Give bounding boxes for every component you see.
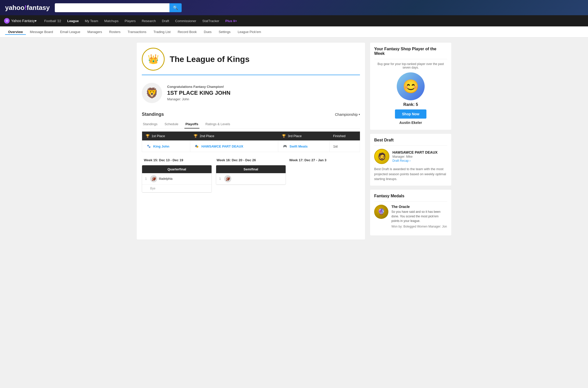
subnav-settings[interactable]: Settings	[216, 29, 234, 35]
bracket-col-semifinal: Semifinal 1 🏈	[216, 165, 286, 193]
nav-league[interactable]: League	[65, 18, 81, 24]
shop-now-button[interactable]: Shop Now	[395, 109, 426, 119]
subnav-leaguepickem[interactable]: League Pick'em	[235, 29, 264, 35]
league-title: The League of Kings	[170, 55, 250, 64]
semifinal-header: Semifinal	[216, 165, 286, 173]
tab-ratingslevels[interactable]: Ratings & Levels	[204, 120, 231, 128]
draft-team-name: HAWSAWCE PART DEAUX	[392, 150, 438, 154]
card-divider-3	[374, 201, 447, 202]
subnav-overview[interactable]: Overview	[5, 29, 26, 35]
nav-brand[interactable]: ⚙ Yahoo Fantasy ▾	[4, 18, 37, 24]
congrats-text: Congratulations Fantasy Champion!	[167, 85, 230, 89]
draft-avatar-icon: 🧔	[377, 152, 386, 161]
subnav-rosters[interactable]: Rosters	[106, 29, 124, 35]
nav-players[interactable]: Players	[122, 18, 138, 24]
oracle-icon: 🔮	[377, 208, 385, 215]
standings-dropdown-label: Championship	[335, 112, 358, 117]
nav-commissioner[interactable]: Commissioner	[173, 18, 199, 24]
best-draft-title: Best Draft	[374, 138, 447, 142]
standings-dropdown[interactable]: Championship ▾	[335, 112, 360, 117]
subnav-recordbook[interactable]: Record Book	[175, 29, 200, 35]
team-link-swiftmeats[interactable]: 🎮 Swift Meats	[282, 143, 326, 149]
col-2nd-place: 🏆 2nd Place	[190, 132, 278, 141]
fantasy-medals-title: Fantasy Medals	[374, 194, 447, 198]
medal-wonby-oracle: Won by: Bolegged Women Manager: Jon	[391, 224, 447, 229]
subnav-messageboard[interactable]: Message Board	[27, 29, 56, 35]
subnav-transactions[interactable]: Transactions	[125, 29, 149, 35]
search-input[interactable]	[55, 3, 169, 12]
team-avatar-kingjohn: 🐾	[146, 143, 152, 149]
yahoo-logo: yahoo!fantasy	[5, 4, 50, 12]
week15-label: Week 15: Dec 13 - Dec 19	[142, 157, 215, 163]
col-finished: Finished	[330, 132, 360, 141]
player-name: Austin Ekeler	[374, 121, 447, 125]
champion-manager: Manager: John	[167, 97, 230, 101]
nav-myteam[interactable]: My Team	[82, 18, 101, 24]
medal-name-oracle: The Oracle	[391, 205, 447, 209]
semifinal-box: Semifinal 1 🏈	[216, 165, 286, 185]
nav-links: Football '22 League My Team Matchups Pla…	[42, 18, 239, 24]
draft-avatar: 🧔	[374, 149, 389, 164]
quarterfinal-box: Quarterfinal 1 🏈 Illadelphia Bye	[142, 165, 212, 193]
weeks-row: Week 15: Dec 13 - Dec 19 Week 16: Dec 20…	[142, 157, 360, 163]
medal-icon-oracle: 🔮	[374, 205, 388, 219]
nav-research[interactable]: Research	[139, 18, 159, 24]
bracket-team-illadelphia: 1 🏈 Illadelphia	[142, 173, 212, 185]
standings-title: Standings	[142, 112, 164, 117]
main-content: 👑 The League of Kings 🦁 Congratulations …	[132, 38, 456, 245]
draft-manager: Manager: Mike	[392, 155, 438, 158]
week16-label: Week 16: Dec 20 - Dec 26	[215, 157, 287, 163]
nav-bar: ⚙ Yahoo Fantasy ▾ Football '22 League My…	[0, 15, 588, 26]
team-link-hawsawce[interactable]: 🎭 HAWSAWCE PART DEAUX	[194, 143, 274, 149]
search-button[interactable]: 🔍	[169, 3, 182, 12]
week17-label: Week 17: Dec 27 - Jan 3	[287, 157, 360, 163]
bracket-team-semi1: 1 🏈	[216, 173, 286, 185]
nav-draft[interactable]: Draft	[159, 18, 171, 24]
champion-icon: 🦁	[146, 87, 158, 99]
bracket-col-quarterfinal: Quarterfinal 1 🏈 Illadelphia Bye	[142, 165, 212, 193]
subnav-emailleague[interactable]: Email League	[57, 29, 83, 35]
nav-brand-label: Yahoo Fantasy	[11, 19, 35, 23]
nav-plus[interactable]: Plus ¥+	[223, 18, 239, 24]
subnav-tradinglist[interactable]: Trading List	[150, 29, 174, 35]
bracket-col-finals	[290, 165, 360, 193]
bracket-team-bye: Bye	[142, 185, 212, 192]
bracket-grid: Quarterfinal 1 🏈 Illadelphia Bye	[142, 165, 360, 193]
playoffs-table: 🏆 1st Place 🏆 2nd Place 🏆 3rd Place Fini…	[142, 132, 360, 152]
subnav-dues[interactable]: Dues	[201, 29, 215, 35]
col-3rd-place: 🏆 3rd Place	[278, 132, 330, 141]
subnav-managers[interactable]: Managers	[84, 29, 105, 35]
search-bar: 🔍	[55, 3, 182, 12]
team-icon-semi1: 🏈	[224, 175, 231, 182]
tab-standings[interactable]: Standings	[142, 120, 159, 128]
best-draft-desc: Best Draft is awarded to the team with t…	[374, 167, 447, 182]
table-row: 🐾 King John 🎭 HAWSAWCE PART DEAUX 🎮	[142, 141, 360, 152]
team-name-illadelphia: Illadelphia	[159, 177, 172, 181]
player-image: 😊	[397, 72, 425, 100]
nav-football22[interactable]: Football '22	[42, 18, 64, 24]
player-of-week-card: Your Fantasy Shop Player of the Week Buy…	[370, 43, 451, 130]
left-panel: 👑 The League of Kings 🦁 Congratulations …	[137, 43, 365, 239]
league-header: 👑 The League of Kings	[142, 48, 360, 71]
seed-1: 1	[145, 177, 148, 181]
tab-playoffs[interactable]: Playoffs	[184, 120, 199, 128]
nav-matchups[interactable]: Matchups	[102, 18, 121, 24]
draft-info: HAWSAWCE PART DEAUX Manager: Mike Draft …	[392, 150, 438, 163]
champion-team-name: 1ST PLACE KING JOHN	[167, 90, 230, 96]
team-link-kingjohn[interactable]: 🐾 King John	[146, 143, 186, 149]
fantasy-medals-card: Fantasy Medals 🔮 The Oracle So you have …	[370, 190, 451, 235]
cell-3rd: 🎮 Swift Meats	[278, 141, 330, 152]
player-week-section: Buy gear for your top-ranked player over…	[374, 62, 447, 125]
crown-icon: 👑	[148, 54, 159, 64]
trophy-icon-1: 🏆	[146, 134, 150, 138]
chevron-down-icon: ▾	[359, 113, 360, 116]
draft-recap-link[interactable]: Draft Recap ›	[392, 159, 410, 163]
trophy-icon-3: 🏆	[282, 134, 286, 138]
card-divider-1	[374, 59, 447, 59]
team-icon-illadelphia: 🏈	[150, 175, 157, 182]
nav-stattracker[interactable]: StatTracker	[200, 18, 222, 24]
sub-nav: Overview Message Board Email League Mana…	[0, 26, 588, 38]
bye-text: Bye	[150, 187, 155, 190]
tab-schedule[interactable]: Schedule	[164, 120, 179, 128]
seed-semi1: 1	[219, 177, 222, 181]
